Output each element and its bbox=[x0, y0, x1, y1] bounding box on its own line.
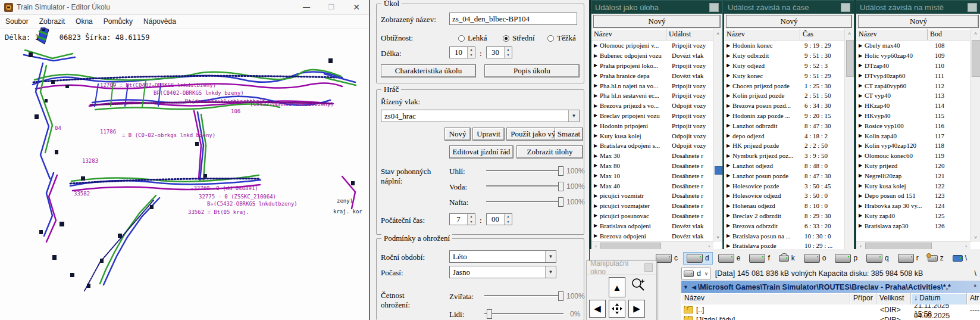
panel-button-icon[interactable] bbox=[709, 3, 719, 12]
file-row[interactable]: [Jízdní řády] <DIR> 04.09.2025 09:52 bbox=[681, 315, 980, 320]
event-time-row[interactable]: ▶ HK prijezd pozde 2 : 2 : 50 bbox=[724, 141, 845, 151]
event-place-row[interactable]: ▶ Rosice vyp100 116 bbox=[856, 120, 970, 131]
event-task-row[interactable]: ▶ Bratislava odpojeni Dovézt vlak bbox=[591, 220, 713, 231]
event-time-row[interactable]: ▶ Holesovice odjezd 3 : 50 : 0 bbox=[724, 191, 845, 201]
zoom-button[interactable] bbox=[631, 277, 649, 295]
event-time-row[interactable]: ▶ Lanzhot odbrzdit 8 : 47 : 30 bbox=[724, 120, 845, 131]
radio-stredni[interactable]: Střední bbox=[503, 33, 535, 43]
col-pripona[interactable]: Přípor bbox=[850, 293, 876, 305]
scroll-up-icon[interactable]: ˄ bbox=[845, 29, 854, 38]
close-icon[interactable]: ✕ bbox=[344, 0, 369, 14]
event-place-row[interactable]: ▶ CT zap40vyp60 112 bbox=[856, 80, 970, 91]
event-task-vscrollbar[interactable]: ˄ ˅ bbox=[713, 29, 722, 242]
zobrazit-ulohy-button[interactable]: Zobrazit úlohy bbox=[516, 145, 583, 159]
route-map-canvas[interactable]: Délka: 106823 Šírka: 48.61159 12709 = Bt… bbox=[0, 27, 369, 320]
scroll-left-icon[interactable]: ‹ bbox=[856, 244, 865, 249]
event-place-new-button[interactable]: Nový bbox=[858, 15, 979, 28]
scroll-down-icon[interactable]: ˅ bbox=[970, 233, 980, 242]
event-time-vscrollbar[interactable]: ˄ ˅ bbox=[844, 29, 854, 256]
display-name-input[interactable]: zs_04_den_blbec-BP104 bbox=[449, 13, 577, 25]
event-time-row[interactable]: ▶ Hodonin zap pozde ... 9 : 20 : 15 bbox=[724, 111, 845, 121]
event-place-row[interactable]: ▶ Kuty prijezd 120 bbox=[856, 161, 970, 171]
event-task-row[interactable]: ▶ picujici posunovac Dosáhnete r bbox=[591, 211, 713, 221]
popis-ukolu-button[interactable]: Popis úkolu bbox=[484, 64, 580, 77]
start-hours-stepper[interactable]: 7▲▼ bbox=[449, 213, 475, 225]
event-task-row[interactable]: ▶ Breclav pripojeni vozu Pripojit vozy bbox=[591, 111, 713, 121]
event-task-row[interactable]: ▶ Max 10 Dosáhnete r bbox=[591, 170, 713, 181]
event-time-titlebar[interactable]: Událost závislá na čase bbox=[724, 1, 854, 14]
panel-button-icon[interactable] bbox=[841, 3, 850, 12]
col-nazev[interactable]: Název bbox=[681, 293, 850, 305]
maximize-icon[interactable]: ❐ bbox=[319, 0, 344, 14]
drive-button[interactable]: \ bbox=[949, 252, 970, 264]
driven-train-combo[interactable]: zs04_hrac▼ bbox=[381, 110, 580, 122]
event-time-row[interactable]: ▶ depo odjezd 4 : 18 : 2 bbox=[724, 131, 845, 141]
event-time-row[interactable]: ▶ Lanzhot odjezd 8 : 48 : 0 bbox=[724, 161, 845, 171]
event-task-row[interactable]: ▶ Max 40 Dosáhnete r bbox=[591, 181, 713, 191]
event-time-row[interactable]: ▶ Breclav 2 odbrzdit 8 : 29 : 30 bbox=[724, 211, 845, 221]
radio-lehka[interactable]: Lehká bbox=[458, 33, 487, 43]
lidi-slider[interactable] bbox=[484, 309, 563, 318]
event-task-titlebar[interactable]: Událost jako úloha bbox=[591, 1, 722, 14]
editovat-jizdni-rad-button[interactable]: Editovat jízdní řád bbox=[449, 145, 514, 159]
dropdown-icon[interactable]: ▼ bbox=[683, 284, 688, 290]
event-task-row[interactable]: ▶ Brezova odpojeni Dovézt vlak bbox=[591, 231, 713, 241]
event-time-row[interactable]: ▶ Brezova odbrzdit 6 : 33 : 20 bbox=[724, 220, 845, 231]
voda-slider[interactable] bbox=[486, 181, 563, 191]
move-right-button[interactable]: ▶ bbox=[628, 300, 645, 318]
event-place-row[interactable]: ▶ HKzap40 114 bbox=[856, 101, 970, 111]
event-task-row[interactable]: ▶ Bratislava odpojeni s... Odpojit vozy bbox=[591, 141, 713, 151]
event-task-row[interactable]: ▶ picujici vozmistr Dosáhnete r bbox=[591, 191, 713, 201]
scroll-up-icon[interactable]: ˄ bbox=[713, 29, 722, 38]
panel-button-icon[interactable] bbox=[968, 3, 977, 12]
event-place-row[interactable]: ▶ Kolin vyp40zap120 118 bbox=[856, 141, 970, 151]
event-time-row[interactable]: ▶ Lanzhot posun pozde 8 : 47 : 30 bbox=[724, 170, 845, 181]
manipulation-titlebar[interactable]: Manipulační okno bbox=[587, 261, 656, 275]
event-time-row[interactable]: ▶ Kuty odbrzdit 9 : 51 : 30 bbox=[724, 51, 845, 61]
event-place-row[interactable]: ▶ Bratislava zap30 126 bbox=[856, 220, 970, 231]
upravit-button[interactable]: Upravit bbox=[472, 128, 505, 141]
event-time-row[interactable]: ▶ Hohenau odjezd 8 : 10 : 0 bbox=[724, 201, 845, 211]
event-time-row[interactable]: ▶ Kuty konec 9 : 51 : 29 bbox=[724, 70, 845, 80]
event-time-row[interactable]: ▶ Nymburk prijezd poz... 3 : 9 : 50 bbox=[724, 151, 845, 161]
minimize-icon[interactable]: — bbox=[294, 0, 319, 14]
event-task-row[interactable]: ▶ picujici vozmajster Dosáhnete r bbox=[591, 201, 713, 211]
event-place-row[interactable]: ▶ Holic vyp60zap40 109 bbox=[856, 51, 970, 61]
event-task-row[interactable]: ▶ Kuty kusa kolej Odpojit vozy bbox=[591, 131, 713, 141]
event-place-row[interactable]: ▶ Negrelli20zap 121 bbox=[856, 170, 970, 181]
event-task-row[interactable]: ▶ Pha hl.n sestaveni ec... Pripojit vozy bbox=[591, 91, 713, 101]
event-place-row[interactable]: ▶ Gbely max40 108 bbox=[856, 41, 970, 51]
event-task-row[interactable]: ▶ Praha hranice depa Dovézt vlak bbox=[591, 70, 713, 80]
event-task-row[interactable]: ▶ Max 80 Dosáhnete r bbox=[591, 161, 713, 171]
charakteristika-button[interactable]: Charakteristika úkolu bbox=[381, 64, 476, 77]
drive-button[interactable]: z bbox=[924, 252, 947, 264]
back-icon[interactable]: ◀ bbox=[692, 284, 696, 290]
event-place-row[interactable]: ▶ Kuty zap40 125 bbox=[856, 211, 970, 221]
menu-zobrazit[interactable]: Zobrazit bbox=[34, 17, 70, 26]
event-task-row[interactable]: ▶ Bubenec odpojeni vozu Dovézt vlak bbox=[591, 51, 713, 61]
event-time-row[interactable]: ▶ Chocen prijezd pozde 1 : 25 : 30 bbox=[724, 80, 845, 91]
length-hours-stepper[interactable]: 10▲▼ bbox=[449, 46, 475, 58]
col-datum[interactable]: ↓ Datum bbox=[911, 293, 967, 305]
event-place-row[interactable]: ▶ CT vyp40 113 bbox=[856, 91, 970, 101]
season-combo[interactable]: Léto▼ bbox=[449, 250, 556, 263]
event-time-row[interactable]: ▶ Brezova posun pozd... 6 : 34 : 30 bbox=[724, 101, 845, 111]
event-time-new-button[interactable]: Nový bbox=[726, 15, 852, 28]
drive-button[interactable]: q bbox=[863, 252, 893, 265]
menu-okna[interactable]: Okna bbox=[70, 17, 98, 26]
col-velikost[interactable]: Velikost bbox=[876, 293, 911, 305]
col-atributy[interactable]: Atr bbox=[967, 293, 980, 305]
col-nazev[interactable]: Název bbox=[856, 29, 928, 40]
radio-tezka[interactable]: Těžká bbox=[547, 33, 576, 43]
event-place-row[interactable]: ▶ Hrabovka zap 30 vy... 124 bbox=[856, 201, 970, 211]
event-task-row[interactable]: ▶ Praha pripojeni loko... Pripojit vozy bbox=[591, 61, 713, 71]
panel-button-icon[interactable] bbox=[644, 263, 653, 272]
weather-combo[interactable]: Jasno▼ bbox=[449, 266, 556, 278]
event-place-row[interactable]: ▶ DTzap40 110 bbox=[856, 61, 970, 71]
move-up-button[interactable]: ▲ bbox=[609, 277, 625, 297]
drive-button[interactable]: e bbox=[715, 252, 744, 265]
drive-button[interactable]: d bbox=[683, 252, 713, 265]
menu-soubor[interactable]: Soubor bbox=[0, 17, 34, 26]
window-titlebar[interactable]: Train Simulator - Editor Úkolu — ❐ ✕ bbox=[0, 0, 369, 15]
event-place-row[interactable]: ▶ Olomouc konec60 119 bbox=[856, 151, 970, 161]
